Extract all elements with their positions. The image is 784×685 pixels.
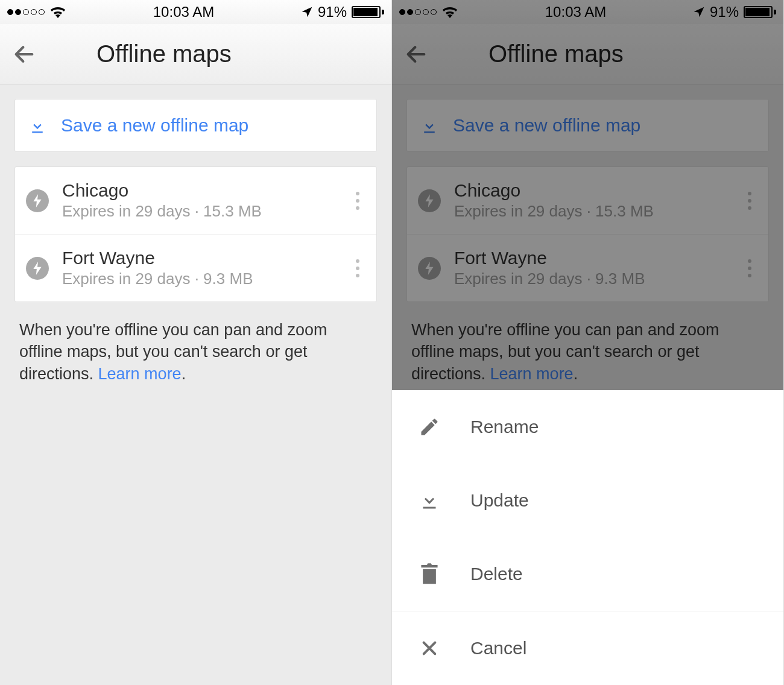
offline-bolt-icon	[418, 189, 441, 212]
status-time: 10:03 AM	[153, 4, 214, 21]
hint-text: When you're offline you can pan and zoom…	[14, 302, 377, 402]
status-time: 10:03 AM	[545, 4, 606, 21]
more-button[interactable]	[742, 253, 757, 283]
more-button[interactable]	[350, 186, 365, 216]
back-button[interactable]	[12, 42, 36, 66]
battery-icon	[744, 6, 776, 18]
save-new-map-button[interactable]: Save a new offline map	[406, 99, 769, 152]
signal-dots-icon	[7, 9, 45, 15]
update-label: Update	[470, 490, 529, 511]
back-button[interactable]	[404, 42, 428, 66]
page-title: Offline maps	[60, 40, 379, 68]
nav-header: Offline maps	[392, 24, 783, 84]
save-new-map-label: Save a new offline map	[61, 115, 248, 136]
status-bar: 10:03 AM 91%	[0, 0, 391, 24]
nav-header: Offline maps	[0, 24, 391, 84]
cancel-action[interactable]: Cancel	[392, 611, 783, 685]
map-name: Chicago	[62, 180, 337, 201]
map-subtitle: Expires in 29 days · 9.3 MB	[454, 270, 729, 288]
action-sheet: Rename Update Delete Cancel	[392, 390, 783, 685]
list-item[interactable]: Fort Wayne Expires in 29 days · 9.3 MB	[407, 234, 768, 301]
list-item[interactable]: Chicago Expires in 29 days · 15.3 MB	[15, 167, 376, 234]
cancel-label: Cancel	[470, 638, 526, 658]
battery-pct: 91%	[710, 4, 739, 21]
map-subtitle: Expires in 29 days · 15.3 MB	[62, 202, 337, 221]
location-icon	[301, 6, 313, 18]
location-icon	[693, 6, 705, 18]
map-name: Fort Wayne	[454, 248, 729, 268]
close-icon	[416, 639, 443, 658]
learn-more-link[interactable]: Learn more	[98, 365, 182, 383]
screen-offline-maps-actionsheet: 10:03 AM 91% Offline maps Save a new off…	[392, 0, 784, 685]
battery-icon	[352, 6, 384, 18]
download-icon	[28, 116, 46, 134]
download-icon	[420, 116, 438, 134]
more-button[interactable]	[742, 186, 757, 216]
trash-icon	[416, 563, 443, 586]
wifi-icon	[49, 6, 66, 18]
page-title: Offline maps	[452, 40, 771, 68]
offline-bolt-icon	[26, 189, 49, 212]
pencil-icon	[416, 416, 443, 438]
learn-more-link[interactable]: Learn more	[490, 365, 574, 383]
map-name: Chicago	[454, 180, 729, 201]
delete-label: Delete	[470, 564, 523, 584]
maps-list: Chicago Expires in 29 days · 15.3 MB For…	[406, 166, 769, 302]
hint-text: When you're offline you can pan and zoom…	[406, 302, 769, 402]
list-item[interactable]: Fort Wayne Expires in 29 days · 9.3 MB	[15, 234, 376, 301]
status-bar: 10:03 AM 91%	[392, 0, 783, 24]
save-new-map-label: Save a new offline map	[453, 115, 640, 136]
list-item[interactable]: Chicago Expires in 29 days · 15.3 MB	[407, 167, 768, 234]
signal-dots-icon	[399, 9, 437, 15]
map-name: Fort Wayne	[62, 248, 337, 268]
maps-list: Chicago Expires in 29 days · 15.3 MB For…	[14, 166, 377, 302]
download-icon	[416, 490, 443, 511]
battery-pct: 91%	[318, 4, 347, 21]
screen-offline-maps: 10:03 AM 91% Offline maps Save a new off…	[0, 0, 392, 685]
offline-bolt-icon	[26, 257, 49, 280]
more-button[interactable]	[350, 253, 365, 283]
offline-bolt-icon	[418, 257, 441, 280]
rename-label: Rename	[470, 417, 539, 437]
save-new-map-button[interactable]: Save a new offline map	[14, 99, 377, 152]
update-action[interactable]: Update	[392, 464, 783, 537]
rename-action[interactable]: Rename	[392, 390, 783, 464]
map-subtitle: Expires in 29 days · 9.3 MB	[62, 270, 337, 288]
delete-action[interactable]: Delete	[392, 537, 783, 611]
map-subtitle: Expires in 29 days · 15.3 MB	[454, 202, 729, 221]
wifi-icon	[441, 6, 458, 18]
